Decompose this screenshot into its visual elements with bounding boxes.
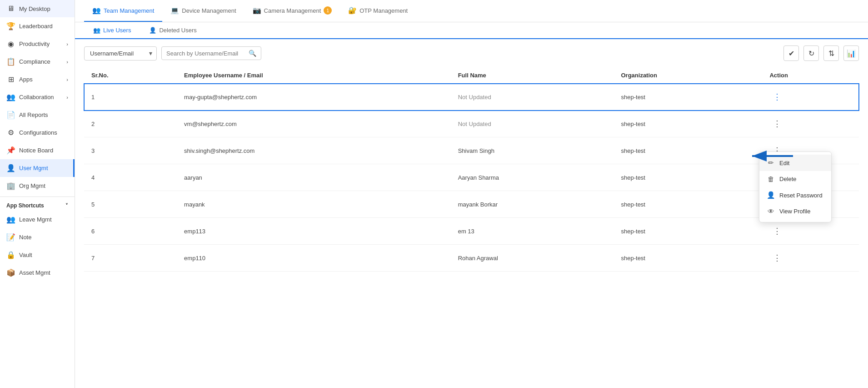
context-menu-reset-password[interactable]: 👤 Reset Password — [759, 187, 831, 203]
vault-icon: 🔒 — [6, 251, 15, 259]
context-menu-reset-password-label: Reset Password — [779, 192, 823, 199]
table-row: 4aaryanAaryan Sharmashep-test⋮ — [84, 164, 859, 191]
refresh-button[interactable]: ↻ — [803, 45, 819, 61]
cell-full-name: Aaryan Sharma — [451, 164, 614, 191]
team-mgmt-tab-icon: 👥 — [92, 6, 101, 15]
cell-full-name: Not Updated — [451, 84, 614, 111]
apps-icon: ⊞ — [6, 75, 15, 84]
sidebar-item-note[interactable]: 📝 Note — [0, 228, 75, 246]
context-menu-edit-label: Edit — [779, 160, 789, 166]
sub-tab-live-users[interactable]: 👥 Live Users — [84, 22, 140, 39]
sort-button[interactable]: ⇅ — [823, 45, 839, 61]
sidebar-label-all-reports: All Reports — [19, 111, 48, 118]
app-shortcuts-label: App Shortcuts — [6, 202, 44, 209]
sidebar-item-configurations[interactable]: ⚙ Configurations — [0, 124, 75, 141]
table-row: 2vm@shephertz.comNot Updatedshep-test⋮ — [84, 111, 859, 137]
cell-org: shep-test — [614, 84, 763, 111]
main-content: 👥 Team Management 💻 Device Management 📷 … — [75, 0, 868, 388]
cell-org: shep-test — [614, 245, 763, 272]
camera-mgmt-tab-icon: 📷 — [253, 6, 261, 15]
cell-full-name: mayank Borkar — [451, 191, 614, 218]
sub-tabs-bar: 👥 Live Users 👤 Deleted Users — [75, 22, 868, 39]
compliance-chevron: › — [66, 59, 68, 65]
search-box[interactable]: 🔍 — [161, 46, 261, 60]
sidebar-label-asset-mgmt: Asset Mgmt — [19, 269, 50, 276]
sidebar-label-compliance: Compliance — [19, 58, 50, 65]
sidebar-item-leave-mgmt[interactable]: 👥 Leave Mgmt — [0, 211, 75, 228]
sidebar-item-vault[interactable]: 🔒 Vault — [0, 246, 75, 264]
tab-device-management[interactable]: 💻 Device Management — [162, 0, 244, 22]
table-container: Sr.No. Employee Username / Email Full Na… — [75, 67, 868, 388]
action-menu-button[interactable]: ⋮ — [769, 117, 785, 131]
cell-sr-no: 3 — [84, 137, 177, 164]
tab-device-management-label: Device Management — [182, 7, 236, 14]
cell-email: vm@shephertz.com — [177, 111, 451, 137]
col-action: Action — [762, 67, 859, 84]
cell-sr-no: 6 — [84, 218, 177, 245]
sidebar-label-leave-mgmt: Leave Mgmt — [19, 216, 52, 223]
check-button[interactable]: ✔ — [783, 45, 799, 61]
cell-email: mayank — [177, 191, 451, 218]
table-row: 1may-gupta@shephertz.comNot Updatedshep-… — [84, 84, 859, 111]
sidebar-label-collaboration: Collaboration — [19, 94, 54, 101]
search-input[interactable] — [166, 50, 246, 57]
sidebar-item-collaboration[interactable]: 👥 Collaboration › — [0, 88, 75, 106]
cell-action[interactable]: ⋮ — [762, 84, 859, 111]
sidebar-label-leaderboard: Leaderboard — [19, 23, 53, 30]
app-shortcuts-section[interactable]: App Shortcuts ˅ — [0, 199, 75, 211]
asset-mgmt-icon: 📦 — [6, 268, 15, 277]
tab-team-management[interactable]: 👥 Team Management — [84, 0, 162, 22]
sidebar-item-notice-board[interactable]: 📌 Notice Board — [0, 141, 75, 159]
productivity-icon: ◉ — [6, 40, 15, 48]
sidebar-label-vault: Vault — [19, 252, 32, 258]
table-row: 5mayankmayank Borkarshep-test⋮ — [84, 191, 859, 218]
leave-mgmt-icon: 👥 — [6, 215, 15, 224]
cell-action[interactable]: ⋮ — [762, 111, 859, 137]
sub-tab-deleted-users[interactable]: 👤 Deleted Users — [140, 22, 205, 39]
sidebar-item-all-reports[interactable]: 📄 All Reports — [0, 106, 75, 124]
cell-email: shiv.singh@shephertz.com — [177, 137, 451, 164]
sidebar-item-my-desktop[interactable]: 🖥 My Desktop — [0, 0, 75, 17]
tab-otp-management[interactable]: 🔐 OTP Management — [340, 0, 416, 22]
cell-email: emp110 — [177, 245, 451, 272]
col-full-name: Full Name — [451, 67, 614, 84]
sidebar-item-leaderboard[interactable]: 🏆 Leaderboard — [0, 17, 75, 35]
search-icon: 🔍 — [249, 50, 256, 57]
notice-board-icon: 📌 — [6, 146, 15, 155]
table-header-row: Sr.No. Employee Username / Email Full Na… — [84, 67, 859, 84]
sidebar-item-user-mgmt[interactable]: 👤 User Mgmt — [0, 159, 75, 177]
sidebar-item-apps[interactable]: ⊞ Apps › — [0, 71, 75, 88]
sidebar-item-org-mgmt[interactable]: 🏢 Org Mgmt — [0, 177, 75, 195]
cell-org: shep-test — [614, 111, 763, 137]
device-mgmt-tab-icon: 💻 — [170, 6, 179, 15]
sidebar-label-user-mgmt: User Mgmt — [19, 165, 48, 171]
cell-email: emp113 — [177, 218, 451, 245]
cell-sr-no: 4 — [84, 164, 177, 191]
cell-full-name: Shivam Singh — [451, 137, 614, 164]
context-menu-view-profile[interactable]: 👁 View Profile — [759, 203, 831, 219]
sidebar: 🖥 My Desktop 🏆 Leaderboard ◉ Productivit… — [0, 0, 75, 388]
filter-select[interactable]: Username/Email — [84, 46, 157, 60]
action-menu-button[interactable]: ⋮ — [769, 224, 785, 238]
action-menu-button[interactable]: ⋮ — [769, 90, 785, 104]
tab-camera-management[interactable]: 📷 Camera Management 1 — [244, 0, 340, 22]
cell-full-name: Not Updated — [451, 111, 614, 137]
deleted-users-icon: 👤 — [149, 27, 156, 34]
users-table: Sr.No. Employee Username / Email Full Na… — [84, 67, 859, 272]
export-button[interactable]: 📊 — [843, 45, 859, 61]
context-menu-edit[interactable]: ✏ Edit — [759, 155, 831, 171]
sidebar-item-asset-mgmt[interactable]: 📦 Asset Mgmt — [0, 264, 75, 282]
collaboration-icon: 👥 — [6, 93, 15, 101]
sidebar-item-productivity[interactable]: ◉ Productivity › — [0, 35, 75, 53]
action-menu-button[interactable]: ⋮ — [769, 251, 785, 265]
context-menu-delete[interactable]: 🗑 Delete — [759, 171, 831, 187]
context-menu-view-profile-label: View Profile — [779, 208, 810, 215]
edit-icon: ✏ — [767, 159, 775, 167]
sidebar-label-my-desktop: My Desktop — [19, 5, 50, 12]
filter-select-wrapper[interactable]: Username/Email — [84, 46, 157, 60]
view-profile-icon: 👁 — [767, 207, 775, 215]
cell-action[interactable]: ⋮ — [762, 245, 859, 272]
sidebar-item-compliance[interactable]: 📋 Compliance › — [0, 53, 75, 71]
table-row: 7emp110Rohan Agrawalshep-test⋮ — [84, 245, 859, 272]
desktop-icon: 🖥 — [6, 5, 15, 13]
